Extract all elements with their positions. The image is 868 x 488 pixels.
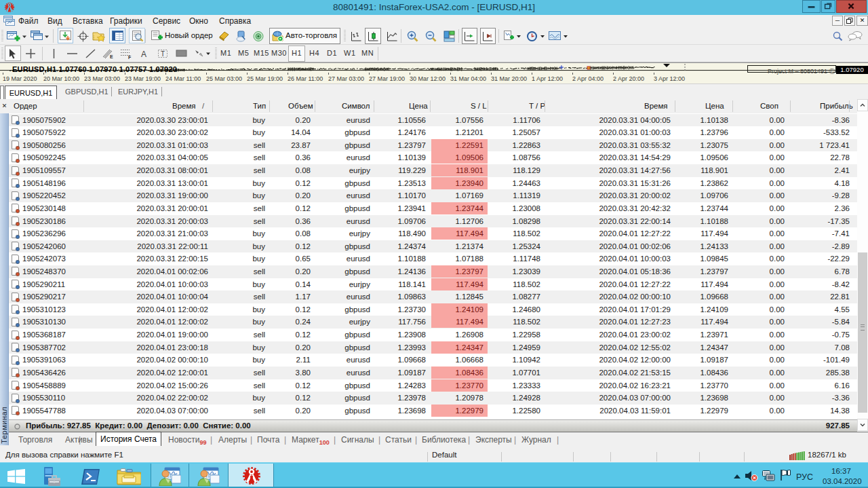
- svg-text:A: A: [141, 50, 146, 59]
- svg-text:T: T: [161, 50, 165, 58]
- svg-text:F: F: [128, 55, 132, 60]
- svg-text:E: E: [110, 54, 113, 59]
